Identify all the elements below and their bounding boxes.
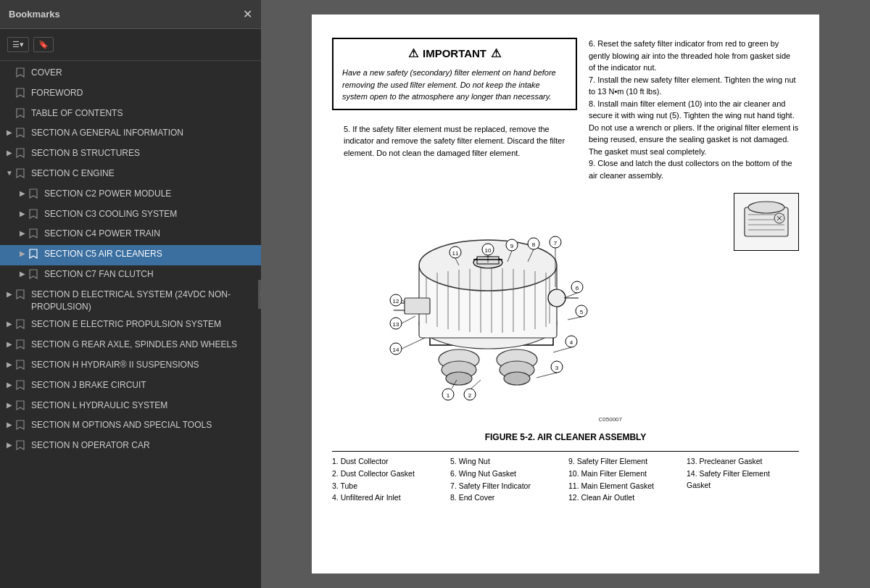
inset-diagram bbox=[737, 196, 795, 247]
important-text: IMPORTANT bbox=[423, 46, 486, 62]
expand-icon-sec-g[interactable]: ▶ bbox=[3, 339, 16, 349]
sidebar-item-sec-l[interactable]: ▶SECTION L HYDRAULIC SYSTEM bbox=[0, 397, 261, 417]
svg-text:13: 13 bbox=[393, 321, 399, 328]
air-cleaner-diagram: 10 9 8 7 11 6 bbox=[332, 193, 637, 425]
sidebar: Bookmarks ✕ ☰▾ 🔖 COVERFOREWORDTABLE OF C… bbox=[0, 0, 261, 588]
sidebar-item-sec-m[interactable]: ▶SECTION M OPTIONS AND SPECIAL TOOLS bbox=[0, 416, 261, 436]
sidebar-label-sec-c4: SECTION C4 POWER TRAIN bbox=[44, 228, 255, 240]
svg-line-71 bbox=[402, 316, 415, 323]
sidebar-label-sec-d: SECTION D ELECTRICAL SYSTEM (24VDC NON-P… bbox=[31, 289, 255, 313]
sidebar-item-sec-c2[interactable]: ▶SECTION C2 POWER MODULE bbox=[0, 185, 261, 205]
part-12: 12. Clean Air Outlet bbox=[568, 492, 681, 504]
sidebar-item-sec-b[interactable]: ▶SECTION B STRUCTURES bbox=[0, 144, 261, 165]
expand-icon-sec-m[interactable]: ▶ bbox=[3, 420, 16, 430]
expand-icon-sec-d[interactable]: ▶ bbox=[3, 289, 16, 299]
bookmark-icon-sec-j bbox=[16, 380, 28, 394]
sidebar-item-sec-a[interactable]: ▶SECTION A GENERAL INFORMATION bbox=[0, 124, 261, 144]
part-7: 7. Safety Filter Indicator bbox=[450, 481, 563, 492]
toolbar-menu-btn[interactable]: ☰▾ bbox=[7, 37, 29, 52]
bookmark-icon-sec-d bbox=[16, 289, 28, 303]
sidebar-item-sec-g[interactable]: ▶SECTION G REAR AXLE, SPINDLES AND WHEEL… bbox=[0, 336, 261, 356]
bookmark-icon-sec-c4 bbox=[29, 228, 41, 242]
sidebar-item-sec-j[interactable]: ▶SECTION J BRAKE CIRCUIT bbox=[0, 376, 261, 397]
important-header: ⚠ IMPORTANT ⚠ bbox=[342, 45, 567, 62]
svg-line-72 bbox=[402, 338, 425, 349]
expand-icon-sec-a[interactable]: ▶ bbox=[3, 128, 16, 138]
sidebar-label-sec-g: SECTION G REAR AXLE, SPINDLES AND WHEELS bbox=[31, 339, 255, 351]
expand-icon-sec-l[interactable]: ▶ bbox=[3, 400, 16, 410]
svg-text:2: 2 bbox=[468, 392, 472, 399]
sidebar-header: Bookmarks ✕ bbox=[0, 0, 261, 29]
sidebar-item-sec-h[interactable]: ▶SECTION H HYDRAIR® II SUSPENSIONS bbox=[0, 356, 261, 376]
sidebar-item-sec-c[interactable]: ▼SECTION C ENGINE bbox=[0, 165, 261, 185]
sidebar-label-sec-a: SECTION A GENERAL INFORMATION bbox=[31, 127, 255, 139]
step-6: 6. Reset the safety filter indicator fro… bbox=[589, 38, 799, 74]
part-14: 14. Safety Filter ElementGasket bbox=[687, 468, 799, 492]
part-5: 5. Wing Nut bbox=[450, 456, 563, 468]
figure-caption: FIGURE 5-2. AIR CLEANER ASSEMBLY bbox=[332, 431, 799, 444]
svg-point-26 bbox=[446, 372, 472, 385]
part-4: 4. Unfiltered Air Inlet bbox=[332, 492, 444, 504]
sidebar-close-button[interactable]: ✕ bbox=[243, 7, 252, 21]
step-5: 5. If the safety filter element must be … bbox=[344, 123, 577, 160]
expand-icon-sec-h[interactable]: ▶ bbox=[3, 360, 16, 370]
sidebar-item-sec-c5[interactable]: ▶SECTION C5 AIR CLEANERS bbox=[0, 245, 261, 265]
sidebar-item-sec-c4[interactable]: ▶SECTION C4 POWER TRAIN bbox=[0, 225, 261, 245]
parts-col-3: 9. Safety Filter Element 10. Main Filter… bbox=[568, 456, 681, 504]
svg-line-67 bbox=[553, 347, 571, 352]
sidebar-item-foreword[interactable]: FOREWORD bbox=[0, 84, 261, 104]
expand-icon-sec-c[interactable]: ▼ bbox=[3, 168, 16, 178]
expand-icon-sec-c7[interactable]: ▶ bbox=[16, 269, 29, 279]
bookmark-icon-toc bbox=[16, 108, 28, 122]
svg-line-68 bbox=[536, 373, 557, 378]
document-page: ⚠ IMPORTANT ⚠ Have a new safety (seconda… bbox=[312, 15, 819, 573]
sidebar-label-cover: COVER bbox=[31, 67, 255, 79]
sidebar-label-sec-j: SECTION J BRAKE CIRCUIT bbox=[31, 379, 255, 392]
sidebar-item-cover[interactable]: COVER bbox=[0, 64, 261, 84]
sidebar-label-sec-c2: SECTION C2 POWER MODULE bbox=[44, 188, 255, 200]
svg-text:7: 7 bbox=[554, 240, 558, 247]
sidebar-label-sec-c3: SECTION C3 COOLING SYSTEM bbox=[44, 208, 255, 220]
svg-text:8: 8 bbox=[532, 241, 536, 248]
bookmark-icon-sec-c3 bbox=[29, 209, 41, 223]
sidebar-label-sec-n: SECTION N OPERATOR CAR bbox=[31, 439, 255, 452]
sidebar-toolbar: ☰▾ 🔖 bbox=[0, 29, 261, 61]
sidebar-label-sec-e: SECTION E ELECTRIC PROPULSION SYSTEM bbox=[31, 318, 255, 331]
expand-icon-sec-c5[interactable]: ▶ bbox=[16, 249, 29, 259]
sidebar-item-sec-n[interactable]: ▶SECTION N OPERATOR CAR bbox=[0, 436, 261, 457]
sidebar-label-sec-c7: SECTION C7 FAN CLUTCH bbox=[44, 268, 255, 281]
toolbar-bookmark-btn[interactable]: 🔖 bbox=[33, 37, 54, 52]
sidebar-item-sec-e[interactable]: ▶SECTION E ELECTRIC PROPULSION SYSTEM bbox=[0, 315, 261, 336]
expand-icon-sec-n[interactable]: ▶ bbox=[3, 440, 16, 450]
sidebar-label-sec-m: SECTION M OPTIONS AND SPECIAL TOOLS bbox=[31, 419, 255, 431]
expand-icon-sec-j[interactable]: ▶ bbox=[3, 380, 16, 390]
expand-icon-sec-c2[interactable]: ▶ bbox=[16, 189, 29, 199]
svg-text:5: 5 bbox=[580, 309, 584, 315]
part-2: 2. Dust Collector Gasket bbox=[332, 468, 444, 480]
svg-text:4: 4 bbox=[570, 339, 573, 346]
part-9: 9. Safety Filter Element bbox=[568, 456, 681, 468]
part-10: 10. Main Filter Element bbox=[568, 468, 681, 480]
sidebar-item-toc[interactable]: TABLE OF CONTENTS bbox=[0, 104, 261, 125]
sidebar-item-sec-c7[interactable]: ▶SECTION C7 FAN CLUTCH bbox=[0, 265, 261, 286]
svg-point-22 bbox=[548, 289, 566, 307]
sidebar-label-toc: TABLE OF CONTENTS bbox=[31, 107, 255, 120]
steps-list-left: 5. If the safety filter element must be … bbox=[332, 123, 577, 160]
expand-icon-sec-e[interactable]: ▶ bbox=[3, 319, 16, 329]
svg-text:6: 6 bbox=[576, 285, 579, 291]
step-8: 8. Install main filter element (10) into… bbox=[589, 98, 799, 158]
figure-id: C050007 bbox=[599, 416, 623, 423]
sidebar-item-sec-d[interactable]: ▶SECTION D ELECTRICAL SYSTEM (24VDC NON-… bbox=[0, 286, 261, 316]
collapse-handle[interactable]: ◀ bbox=[258, 280, 261, 309]
svg-text:3: 3 bbox=[555, 365, 559, 371]
bookmark-icon-sec-m bbox=[16, 420, 28, 434]
svg-text:1: 1 bbox=[447, 392, 450, 399]
expand-icon-sec-c3[interactable]: ▶ bbox=[16, 209, 29, 219]
step-7: 7. Install the new safety filter element… bbox=[589, 74, 799, 98]
expand-icon-sec-b[interactable]: ▶ bbox=[3, 148, 16, 158]
bookmark-icon-sec-c5 bbox=[29, 249, 41, 262]
svg-point-76 bbox=[748, 202, 784, 213]
sidebar-item-sec-c3[interactable]: ▶SECTION C3 COOLING SYSTEM bbox=[0, 205, 261, 225]
part-6: 6. Wing Nut Gasket bbox=[450, 468, 563, 480]
expand-icon-sec-c4[interactable]: ▶ bbox=[16, 228, 29, 239]
